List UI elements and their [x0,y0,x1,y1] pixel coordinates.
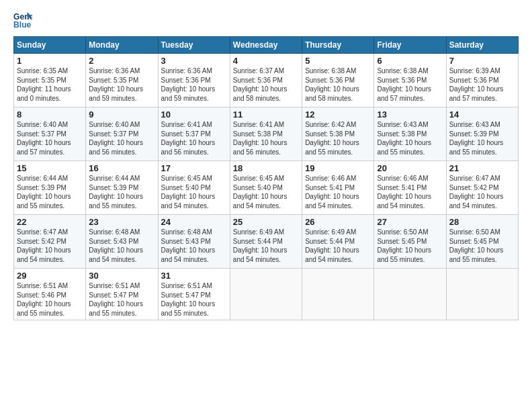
calendar-cell: 10 Sunrise: 6:41 AM Sunset: 5:37 PM Dayl… [158,107,230,161]
day-number: 10 [161,109,227,120]
day-info: Sunrise: 6:48 AM Sunset: 5:43 PM Dayligh… [89,228,154,264]
calendar-cell: 28 Sunrise: 6:50 AM Sunset: 5:45 PM Dayl… [446,215,518,269]
calendar-cell: 6 Sunrise: 6:38 AM Sunset: 5:36 PM Dayli… [374,54,446,107]
calendar-cell: 9 Sunrise: 6:40 AM Sunset: 5:37 PM Dayli… [86,107,158,161]
svg-text:Blue: Blue [13,20,32,30]
calendar-cell: 29 Sunrise: 6:51 AM Sunset: 5:46 PM Dayl… [14,269,86,320]
day-number: 6 [377,56,443,66]
day-info: Sunrise: 6:35 AM Sunset: 5:35 PM Dayligh… [17,66,83,103]
day-info: Sunrise: 6:39 AM Sunset: 5:36 PM Dayligh… [449,66,515,103]
day-info: Sunrise: 6:36 AM Sunset: 5:35 PM Dayligh… [89,66,154,103]
calendar-week-row: 22 Sunrise: 6:47 AM Sunset: 5:42 PM Dayl… [14,215,519,269]
day-number: 15 [17,163,83,173]
day-number: 18 [233,163,299,173]
calendar-cell: 15 Sunrise: 6:44 AM Sunset: 5:39 PM Dayl… [14,161,86,215]
calendar-week-row: 1 Sunrise: 6:35 AM Sunset: 5:35 PM Dayli… [14,54,519,107]
day-info: Sunrise: 6:48 AM Sunset: 5:43 PM Dayligh… [161,228,227,264]
calendar-cell: 2 Sunrise: 6:36 AM Sunset: 5:35 PM Dayli… [86,54,158,107]
calendar-cell: 30 Sunrise: 6:51 AM Sunset: 5:47 PM Dayl… [86,269,158,320]
day-number: 30 [89,271,154,281]
day-info: Sunrise: 6:44 AM Sunset: 5:39 PM Dayligh… [17,174,83,210]
calendar-cell: 5 Sunrise: 6:38 AM Sunset: 5:36 PM Dayli… [302,54,374,107]
day-number: 16 [89,163,154,173]
calendar-cell: 12 Sunrise: 6:42 AM Sunset: 5:38 PM Dayl… [302,107,374,161]
weekday-header-wednesday: Wednesday [230,37,302,54]
day-number: 23 [89,217,154,227]
day-number: 31 [161,271,227,281]
day-info: Sunrise: 6:49 AM Sunset: 5:44 PM Dayligh… [233,228,299,264]
weekday-header-sunday: Sunday [14,37,86,54]
calendar-cell: 17 Sunrise: 6:45 AM Sunset: 5:40 PM Dayl… [158,161,230,215]
day-number: 14 [449,109,515,120]
day-info: Sunrise: 6:49 AM Sunset: 5:44 PM Dayligh… [305,228,371,264]
day-number: 27 [377,217,443,227]
calendar-week-row: 29 Sunrise: 6:51 AM Sunset: 5:46 PM Dayl… [14,269,519,320]
day-number: 4 [233,56,299,66]
day-number: 21 [449,163,515,173]
calendar-cell: 1 Sunrise: 6:35 AM Sunset: 5:35 PM Dayli… [14,54,86,107]
day-number: 5 [305,56,371,66]
calendar-cell: 19 Sunrise: 6:46 AM Sunset: 5:41 PM Dayl… [302,161,374,215]
day-info: Sunrise: 6:44 AM Sunset: 5:39 PM Dayligh… [89,174,154,210]
day-number: 19 [305,163,371,173]
day-number: 28 [449,217,515,227]
day-number: 20 [377,163,443,173]
day-info: Sunrise: 6:40 AM Sunset: 5:37 PM Dayligh… [89,120,154,156]
day-info: Sunrise: 6:37 AM Sunset: 5:36 PM Dayligh… [233,66,299,103]
day-info: Sunrise: 6:50 AM Sunset: 5:45 PM Dayligh… [377,228,443,264]
day-number: 25 [233,217,299,227]
logo: General Blue [13,11,35,30]
logo-icon: General Blue [13,11,32,30]
day-info: Sunrise: 6:45 AM Sunset: 5:40 PM Dayligh… [233,174,299,210]
day-info: Sunrise: 6:38 AM Sunset: 5:36 PM Dayligh… [305,66,371,103]
day-info: Sunrise: 6:38 AM Sunset: 5:36 PM Dayligh… [377,66,443,103]
weekday-header-thursday: Thursday [302,37,374,54]
calendar-cell: 23 Sunrise: 6:48 AM Sunset: 5:43 PM Dayl… [86,215,158,269]
day-number: 11 [233,109,299,120]
day-info: Sunrise: 6:50 AM Sunset: 5:45 PM Dayligh… [449,228,515,264]
calendar-cell [230,269,302,320]
day-number: 13 [377,109,443,120]
day-info: Sunrise: 6:41 AM Sunset: 5:38 PM Dayligh… [233,120,299,156]
day-info: Sunrise: 6:36 AM Sunset: 5:36 PM Dayligh… [161,66,227,103]
day-info: Sunrise: 6:43 AM Sunset: 5:38 PM Dayligh… [377,120,443,156]
calendar-cell: 25 Sunrise: 6:49 AM Sunset: 5:44 PM Dayl… [230,215,302,269]
calendar-cell [302,269,374,320]
day-number: 7 [449,56,515,66]
day-info: Sunrise: 6:42 AM Sunset: 5:38 PM Dayligh… [305,120,371,156]
day-info: Sunrise: 6:47 AM Sunset: 5:42 PM Dayligh… [17,228,83,264]
calendar-cell: 7 Sunrise: 6:39 AM Sunset: 5:36 PM Dayli… [446,54,518,107]
day-info: Sunrise: 6:47 AM Sunset: 5:42 PM Dayligh… [449,174,515,210]
calendar-cell: 21 Sunrise: 6:47 AM Sunset: 5:42 PM Dayl… [446,161,518,215]
calendar-cell: 3 Sunrise: 6:36 AM Sunset: 5:36 PM Dayli… [158,54,230,107]
day-number: 17 [161,163,227,173]
calendar-cell: 31 Sunrise: 6:51 AM Sunset: 5:47 PM Dayl… [158,269,230,320]
day-info: Sunrise: 6:51 AM Sunset: 5:47 PM Dayligh… [89,281,154,318]
calendar-week-row: 8 Sunrise: 6:40 AM Sunset: 5:37 PM Dayli… [14,107,519,161]
calendar-header-row: SundayMondayTuesdayWednesdayThursdayFrid… [14,37,519,54]
day-number: 9 [89,109,154,120]
calendar-cell [374,269,446,320]
weekday-header-saturday: Saturday [446,37,518,54]
day-info: Sunrise: 6:51 AM Sunset: 5:47 PM Dayligh… [161,281,227,318]
weekday-header-tuesday: Tuesday [158,37,230,54]
day-number: 29 [17,271,83,281]
calendar-cell: 24 Sunrise: 6:48 AM Sunset: 5:43 PM Dayl… [158,215,230,269]
day-info: Sunrise: 6:51 AM Sunset: 5:46 PM Dayligh… [17,281,83,318]
weekday-header-friday: Friday [374,37,446,54]
calendar-cell: 18 Sunrise: 6:45 AM Sunset: 5:40 PM Dayl… [230,161,302,215]
day-number: 12 [305,109,371,120]
calendar-table: SundayMondayTuesdayWednesdayThursdayFrid… [13,36,519,320]
header: General Blue [13,11,519,30]
calendar-week-row: 15 Sunrise: 6:44 AM Sunset: 5:39 PM Dayl… [14,161,519,215]
day-number: 22 [17,217,83,227]
calendar-cell: 13 Sunrise: 6:43 AM Sunset: 5:38 PM Dayl… [374,107,446,161]
day-number: 3 [161,56,227,66]
day-info: Sunrise: 6:46 AM Sunset: 5:41 PM Dayligh… [305,174,371,210]
calendar-cell: 20 Sunrise: 6:46 AM Sunset: 5:41 PM Dayl… [374,161,446,215]
page-container: General Blue SundayMondayTuesdayWednesda… [0,0,532,411]
day-info: Sunrise: 6:41 AM Sunset: 5:37 PM Dayligh… [161,120,227,156]
calendar-body: 1 Sunrise: 6:35 AM Sunset: 5:35 PM Dayli… [14,54,519,320]
day-number: 24 [161,217,227,227]
day-number: 2 [89,56,154,66]
